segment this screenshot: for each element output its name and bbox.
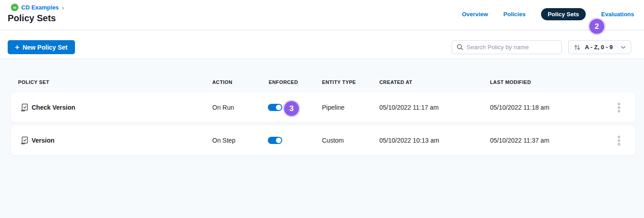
breadcrumb-chevron-icon: › [62,4,64,11]
policy-set-action: On Run [212,93,234,122]
tab-overview[interactable]: Overview [462,11,488,18]
row-menu-kebab-icon[interactable] [614,125,624,155]
sort-selected-value: A - Z, 0 - 9 [585,44,616,51]
policy-sets-table: POLICY SET ACTION ENFORCED ENTITY TYPE C… [0,60,644,218]
tab-policy-sets-active[interactable]: Policy Sets [541,8,586,20]
entity-type-cell: Pipeline [322,93,345,122]
page-header: ∞ CD Examples › Policy Sets Overview Pol… [0,0,644,30]
breadcrumb: ∞ CD Examples › [11,4,64,11]
column-header-policy-set: POLICY SET [18,79,49,85]
table-row[interactable]: Check Version On Run Pipeline 05/10/2022… [11,93,635,122]
search-input[interactable] [467,44,557,51]
enforced-toggle-on[interactable] [268,104,282,111]
column-header-enforced: ENFORCED [269,79,298,85]
policy-set-icon [20,125,29,155]
created-at-cell: 05/10/2022 10:13 am [379,125,439,155]
policy-set-name[interactable]: Check Version [32,93,75,122]
toggle-knob [276,138,281,143]
cd-module-icon: ∞ [11,4,19,11]
enforced-toggle-on[interactable] [268,137,282,144]
toggle-knob [276,105,281,110]
policy-set-action: On Step [212,125,235,155]
new-policy-set-label: New Policy Set [23,44,68,51]
tab-evaluations[interactable]: Evaluations [601,11,634,18]
last-modified-cell: 05/10/2022 11:18 am [490,93,549,122]
column-header-action: ACTION [212,79,233,85]
enforced-cell [268,125,282,155]
created-at-cell: 05/10/2022 11:17 am [379,93,439,122]
annotation-step-badge-3: 3 [284,101,299,116]
breadcrumb-project-link[interactable]: CD Examples [21,4,59,11]
policy-set-icon [20,93,29,122]
enforced-cell [268,93,282,122]
plus-icon: + [15,43,19,51]
search-box[interactable] [452,40,562,54]
column-header-created-at: CREATED AT [379,79,412,85]
top-nav: Overview Policies Policy Sets Evaluation… [462,8,634,20]
row-menu-kebab-icon[interactable] [614,93,624,122]
sort-dropdown[interactable]: A - Z, 0 - 9 [568,40,631,54]
entity-type-cell: Custom [322,125,344,155]
tab-policies[interactable]: Policies [504,11,526,18]
page-title: Policy Sets [8,13,56,23]
table-row[interactable]: Version On Step Custom 05/10/2022 10:13 … [11,125,635,155]
column-header-entity-type: ENTITY TYPE [322,79,356,85]
policy-set-name[interactable]: Version [32,125,55,155]
last-modified-cell: 05/10/2022 11:37 am [490,125,549,155]
search-icon [457,44,463,51]
annotation-step-badge-2: 2 [589,19,604,34]
column-header-last-modified: LAST MODIFIED [490,79,531,85]
toolbar: + New Policy Set A - Z, 0 - 9 [0,31,644,59]
sort-direction-icon [574,44,581,51]
chevron-down-icon [621,46,626,49]
new-policy-set-button[interactable]: + New Policy Set [8,40,75,54]
